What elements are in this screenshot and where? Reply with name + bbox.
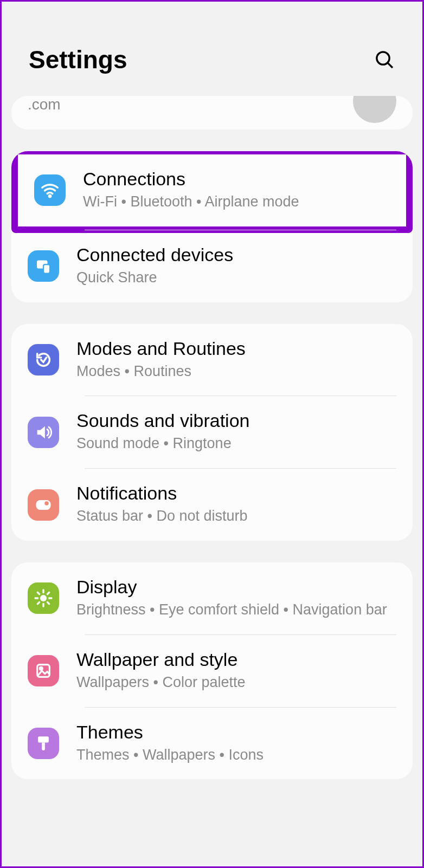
item-subtitle: Wallpapers • Color palette xyxy=(76,672,396,693)
svg-rect-4 xyxy=(43,264,50,274)
item-text: Connections Wi-Fi • Bluetooth • Airplane… xyxy=(83,169,390,212)
brightness-icon xyxy=(28,582,59,614)
svg-point-7 xyxy=(40,595,47,601)
item-subtitle: Themes • Wallpapers • Icons xyxy=(76,745,396,766)
settings-item-connections[interactable]: Connections Wi-Fi • Bluetooth • Airplane… xyxy=(18,154,406,226)
account-email: .com xyxy=(28,96,396,113)
settings-item-modes[interactable]: Modes and Routines Modes • Routines xyxy=(11,324,413,396)
item-title: Wallpaper and style xyxy=(76,649,396,670)
item-title: Connections xyxy=(83,169,390,190)
item-text: Display Brightness • Eye comfort shield … xyxy=(76,576,396,620)
search-button[interactable] xyxy=(374,49,395,70)
settings-group-modes: Modes and Routines Modes • Routines Soun… xyxy=(11,324,413,541)
item-subtitle: Quick Share xyxy=(76,268,396,288)
item-subtitle: Modes • Routines xyxy=(76,361,396,382)
settings-header: Settings xyxy=(2,2,422,96)
notifications-icon xyxy=(28,489,59,521)
search-icon xyxy=(374,49,395,70)
svg-line-13 xyxy=(48,603,49,604)
item-subtitle: Wi-Fi • Bluetooth • Airplane mode xyxy=(83,192,390,212)
item-text: Connected devices Quick Share xyxy=(76,244,396,288)
settings-item-sounds[interactable]: Sounds and vibration Sound mode • Ringto… xyxy=(11,396,413,468)
account-card[interactable]: .com xyxy=(11,96,413,129)
item-title: Connected devices xyxy=(76,244,396,265)
svg-point-17 xyxy=(40,667,42,670)
highlight-connections: Connections Wi-Fi • Bluetooth • Airplane… xyxy=(11,151,413,233)
settings-group-connections: Connections Wi-Fi • Bluetooth • Airplane… xyxy=(11,151,413,302)
wifi-icon xyxy=(34,174,66,206)
settings-item-wallpaper[interactable]: Wallpaper and style Wallpapers • Color p… xyxy=(11,635,413,707)
svg-rect-18 xyxy=(38,736,49,742)
svg-line-15 xyxy=(48,593,49,594)
item-subtitle: Brightness • Eye comfort shield • Naviga… xyxy=(76,600,396,620)
item-text: Notifications Status bar • Do not distur… xyxy=(76,483,396,527)
item-subtitle: Status bar • Do not disturb xyxy=(76,506,396,527)
routines-icon xyxy=(28,344,59,375)
item-text: Sounds and vibration Sound mode • Ringto… xyxy=(76,410,396,454)
settings-item-display[interactable]: Display Brightness • Eye comfort shield … xyxy=(11,562,413,634)
item-text: Modes and Routines Modes • Routines xyxy=(76,338,396,382)
page-title: Settings xyxy=(29,45,127,74)
item-title: Themes xyxy=(76,722,396,743)
item-text: Wallpaper and style Wallpapers • Color p… xyxy=(76,649,396,693)
avatar xyxy=(353,96,396,123)
item-text: Themes Themes • Wallpapers • Icons xyxy=(76,722,396,766)
svg-point-2 xyxy=(49,196,50,197)
image-icon xyxy=(28,655,59,686)
svg-line-14 xyxy=(37,603,39,604)
item-title: Modes and Routines xyxy=(76,338,396,359)
speaker-icon xyxy=(28,417,59,448)
item-subtitle: Sound mode • Ringtone xyxy=(76,433,396,454)
item-title: Notifications xyxy=(76,483,396,504)
settings-group-display: Display Brightness • Eye comfort shield … xyxy=(11,562,413,779)
paint-icon xyxy=(28,728,59,759)
item-title: Sounds and vibration xyxy=(76,410,396,431)
svg-line-1 xyxy=(388,63,393,68)
svg-line-12 xyxy=(37,593,39,594)
settings-item-themes[interactable]: Themes Themes • Wallpapers • Icons xyxy=(11,708,413,780)
svg-point-0 xyxy=(377,52,389,64)
svg-point-6 xyxy=(44,501,49,506)
devices-icon xyxy=(28,250,59,282)
item-title: Display xyxy=(76,576,396,598)
settings-item-connected-devices[interactable]: Connected devices Quick Share xyxy=(11,230,413,302)
svg-rect-19 xyxy=(42,743,45,746)
svg-rect-5 xyxy=(36,500,51,510)
settings-item-notifications[interactable]: Notifications Status bar • Do not distur… xyxy=(11,469,413,541)
